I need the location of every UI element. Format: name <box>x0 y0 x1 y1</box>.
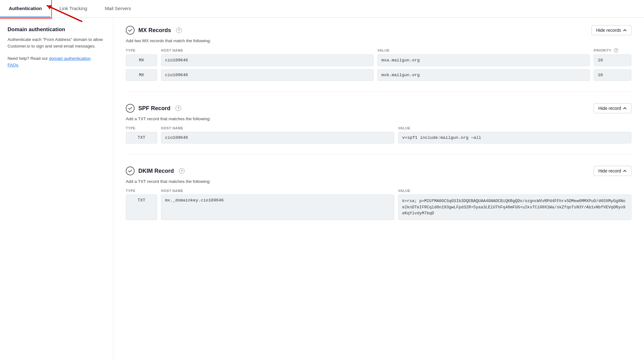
content-area: MX Records ? Hide records Add two MX rec… <box>113 18 644 360</box>
table-row: TXT mx._domainkey.cio109646 k=rsa; p=MIG… <box>126 195 631 220</box>
spf-hide-label: Hide record <box>598 106 621 111</box>
dkim-row1-value[interactable]: k=rsa; p=MIGfMA0GCSqGSIb3DQEBAQUAA4GNADC… <box>398 195 631 220</box>
mx-row1-host: cio109646 <box>161 54 374 66</box>
mx-records-table: TYPE HOST NAME VALUE PRIORITY ? MX cio10… <box>126 48 631 81</box>
dkim-description: Add a TXT record that matches the follow… <box>126 179 631 184</box>
tab-bar: Authentication Link Tracking Mail Server… <box>0 0 644 18</box>
mx-records-section: MX Records ? Hide records Add two MX rec… <box>126 25 631 92</box>
chevron-up-icon <box>623 106 627 110</box>
spf-record-header: SPF Record ? Hide record <box>126 103 631 113</box>
tab-link-tracking[interactable]: Link Tracking <box>51 0 96 18</box>
mx-row2-host: cio109646 <box>161 69 374 81</box>
spf-row1-host: cio109646 <box>161 132 394 144</box>
mx-records-title: MX Records <box>138 27 171 34</box>
table-row: TXT cio109646 v=spf1 include:mailgun.org… <box>126 132 631 144</box>
spf-row1-type: TXT <box>126 132 157 144</box>
dkim-header-left: DKIM Record ? <box>126 166 185 175</box>
mx-row2-priority: 10 <box>594 69 631 81</box>
spf-description: Add a TXT record that matches the follow… <box>126 116 631 121</box>
spf-check-icon <box>126 104 135 113</box>
spf-table-header: TYPE HOST NAME VALUE <box>126 126 631 130</box>
mx-row1-type: MX <box>126 54 157 66</box>
dkim-table-header: TYPE HOST NAME VALUE <box>126 189 631 193</box>
dkim-record-title: DKIM Record <box>138 168 174 174</box>
sidebar-title: Domain authentication <box>8 26 103 33</box>
dkim-help-icon[interactable]: ? <box>179 168 185 174</box>
dkim-col-type-header: TYPE <box>126 189 157 193</box>
dkim-hide-label: Hide record <box>598 168 621 173</box>
mx-col-value-header: VALUE <box>377 48 590 53</box>
tab-mail-servers[interactable]: Mail Servers <box>96 0 140 18</box>
spf-record-title: SPF Record <box>138 105 170 112</box>
sidebar: Domain authentication Authenticate each … <box>0 18 113 360</box>
dkim-record-header: DKIM Record ? Hide record <box>126 166 631 176</box>
mx-row1-value: mxa.mailgun.org <box>377 54 590 66</box>
spf-col-host-header: HOST NAME <box>161 126 394 130</box>
mx-records-description: Add two MX records that match the follow… <box>126 38 631 43</box>
dkim-hide-button[interactable]: Hide record <box>594 166 631 176</box>
dkim-check-icon <box>126 166 135 175</box>
spf-col-value-header: VALUE <box>398 126 631 130</box>
mx-col-type-header: TYPE <box>126 48 157 53</box>
dkim-row1-host: mx._domainkey.cio109646 <box>161 195 394 220</box>
spf-record-table: TYPE HOST NAME VALUE TXT cio109646 v=spf… <box>126 126 631 144</box>
chevron-up-icon <box>623 169 627 173</box>
spf-record-section: SPF Record ? Hide record Add a TXT recor… <box>126 103 631 155</box>
mx-records-header-left: MX Records ? <box>126 26 182 35</box>
mx-table-header: TYPE HOST NAME VALUE PRIORITY ? <box>126 48 631 53</box>
dkim-record-section: DKIM Record ? Hide record Add a TXT reco… <box>126 166 631 231</box>
dkim-record-table: TYPE HOST NAME VALUE TXT mx._domainkey.c… <box>126 189 631 220</box>
dkim-row1-type: TXT <box>126 195 157 220</box>
spf-row1-value: v=spf1 include:mailgun.org ~all <box>398 132 631 144</box>
main-layout: Domain authentication Authenticate each … <box>0 18 644 360</box>
mx-records-check-icon <box>126 26 135 35</box>
table-row: MX cio109646 mxb.mailgun.org 10 <box>126 69 631 81</box>
sidebar-description: Authenticate each "From Address" domain … <box>8 37 103 50</box>
mx-row2-value: mxb.mailgun.org <box>377 69 590 81</box>
sidebar-help-suffix: . <box>18 63 19 67</box>
mx-row1-priority: 10 <box>594 54 631 66</box>
mx-records-hide-button[interactable]: Hide records <box>591 25 631 35</box>
spf-col-type-header: TYPE <box>126 126 157 130</box>
spf-hide-button[interactable]: Hide record <box>594 103 631 113</box>
spf-help-icon[interactable]: ? <box>175 105 181 111</box>
mx-col-priority-header: PRIORITY ? <box>594 48 631 53</box>
mx-records-hide-label: Hide records <box>596 28 621 33</box>
tab-authentication[interactable]: Authentication <box>0 0 51 18</box>
dkim-col-value-header: VALUE <box>398 189 631 193</box>
mx-col-host-header: HOST NAME <box>161 48 374 53</box>
table-row: MX cio109646 mxa.mailgun.org 10 <box>126 54 631 66</box>
spf-header-left: SPF Record ? <box>126 104 181 113</box>
mx-records-help-icon[interactable]: ? <box>176 27 182 33</box>
mx-row2-type: MX <box>126 69 157 81</box>
sidebar-help-prefix: Need help? Read our <box>8 56 49 61</box>
sidebar-help: Need help? Read our domain authenticatio… <box>8 55 103 69</box>
dkim-col-host-header: HOST NAME <box>161 189 394 193</box>
chevron-up-icon <box>623 28 627 32</box>
priority-help-icon[interactable]: ? <box>614 48 618 53</box>
mx-records-header: MX Records ? Hide records <box>126 25 631 35</box>
